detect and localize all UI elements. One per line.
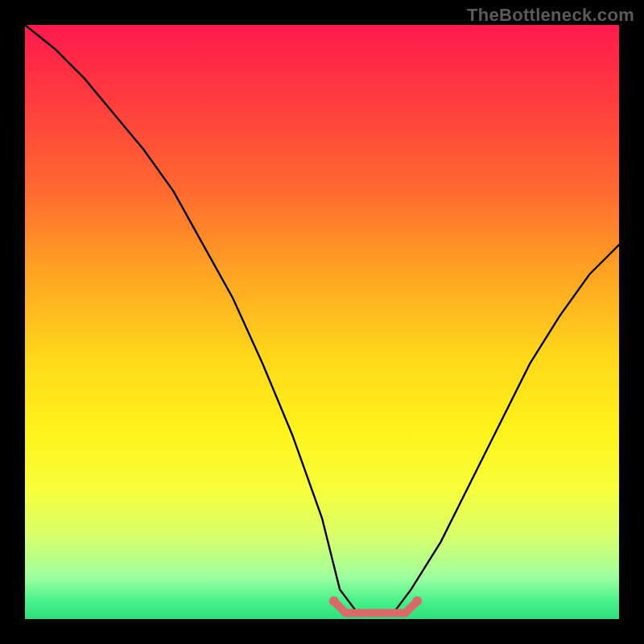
chart-plot-area [25,25,619,619]
flat-marker-dot-right [412,597,422,606]
chart-frame: TheBottleneck.com [0,0,644,644]
flat-marker-dot-left [329,597,339,606]
flat-marker-line [334,601,417,613]
watermark-text: TheBottleneck.com [467,5,634,26]
bottleneck-curve-line [25,25,619,613]
chart-svg [25,25,619,619]
